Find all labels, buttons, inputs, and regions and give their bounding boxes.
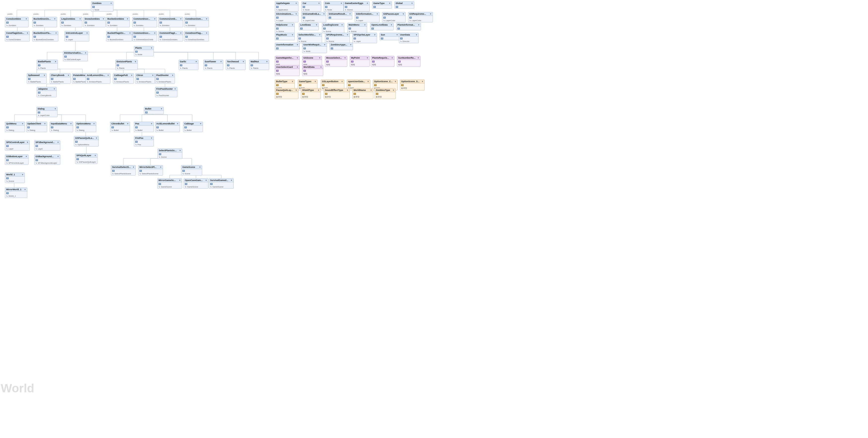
node-bucketFlag2Zo[interactable]: BucketFlag2Zo...▼ ≡ ↳ BucketZombies	[106, 31, 132, 41]
node-gameScene[interactable]: GameScene▼ ≡ ↳ Scene	[181, 165, 202, 176]
node-userWinRequir[interactable]: UserWinRequir...▼ ≡ ↳ Node	[302, 43, 327, 53]
node-zombies[interactable]: Zombies ▼ ≡ ↳ Node	[91, 1, 113, 12]
node-gsBackground[interactable]: GSBackground...▼ ≡ ↳ SP1BackgroundLayer	[34, 154, 60, 165]
node-commonDoor2[interactable]: CommonDoor...▼ ≡ ↳ CommonDoorZomb	[132, 31, 157, 41]
node-firePea[interactable]: FirePea▼ ≡ ↳ Pea	[134, 136, 154, 146]
node-acidLemonBullet[interactable]: AcidLemonBullet▼ ≡ ↳ Bullet	[155, 122, 180, 132]
node-inputDataMenu[interactable]: InputDataMenu▼ ≡ ↳ Dialog	[50, 122, 73, 132]
node-updateClient[interactable]: UpdateClient▼ ≡ ↳ Dialog	[26, 122, 47, 132]
node-gsRequiremen[interactable]: GSRequireme...▼ ≡ ↳ LayerColor	[408, 12, 433, 22]
node-quitMenu[interactable]: QuitMenu▼ ≡ ↳ Dialog	[5, 122, 25, 132]
node-gameType[interactable]: GameType▼ ≡	[372, 1, 392, 9]
node-soundEffectType[interactable]: SoundEffectType▼ ≡ 枚举型	[324, 88, 350, 99]
node-zombiesType[interactable]: ZombiesType▼ ≡ 枚举型	[375, 88, 396, 99]
node-openCaveGam[interactable]: OpenCaveGam...▼ ≡ ↳ GameScene	[184, 178, 208, 189]
node-sp1Background[interactable]: SP1Background...▼ ≡ ↳ Layer	[34, 140, 60, 151]
node-worldData[interactable]: WorldData▼ ≡ 钮钮	[302, 65, 323, 76]
node-citron[interactable]: Citron▼ ≡ ↳ EmisionPlants	[135, 73, 155, 84]
node-spsQuitLayer[interactable]: SPSQuitLayer▼ ≡ ↳ GSPauseQuitLayer	[75, 153, 97, 164]
node-gsInformation[interactable]: GSInformation...▼ ≡ ↳ Layer	[355, 12, 379, 22]
node-userSelectCard[interactable]: UserSelectCard▼ ≡ 钮钮	[275, 65, 300, 76]
node-gsPauseLayer[interactable]: GSPauseLayer▼ ≡ ↳ LayerColor	[382, 12, 406, 22]
node-sunNumberRe[interactable]: SunNumberRe...▼ ≡ 钮钮	[397, 56, 421, 67]
node-selectWorldSc[interactable]: SelectWorldSc...▼ ≡ ↳ Scene	[297, 33, 322, 43]
node-car[interactable]: Car▼ ≡ ↳ Node	[301, 1, 321, 12]
node-world1[interactable]: World_1▼ ≡ ↳ Scene	[5, 173, 25, 183]
node-gameEasterEggs[interactable]: GameEasterEggs▼ ≡ ↳ Scene	[344, 1, 370, 12]
node-openLevelData[interactable]: OpenLevelData▼ ≡	[370, 23, 394, 30]
node-bullet[interactable]: Bullet▼ ≡	[144, 107, 164, 114]
label-public-bucket: public	[33, 13, 39, 15]
node-userInformation[interactable]: UserInformation▼ ≡	[275, 43, 300, 50]
node-eGSSurvivalCo[interactable]: EGSSurvivalCo...▼ ≡ ↳ GSControlLayer	[63, 51, 88, 61]
node-sun[interactable]: Sun▼ ≡	[379, 33, 399, 40]
node-spsSpriteLayer[interactable]: SPSSpriteLayer▼ ≡ ↳ Layer	[352, 33, 377, 43]
node-pea[interactable]: Pea▼ ≡ ↳ Bullet	[134, 122, 154, 132]
node-gsButtonLayer[interactable]: GSButtonLayer▼ ≡ ↳ SPSControlLayer	[5, 154, 29, 165]
node-selectPlantsSc[interactable]: SelectPlantsSc...▼ ≡ ↳ Scene	[157, 148, 182, 159]
node-commonZomb[interactable]: CommonZomb...▼ ≡ ↳ Zombies	[158, 17, 183, 27]
node-gsAnimationL[interactable]: GSAnimationL...▼ ≡ ↳ Layer	[275, 12, 299, 22]
node-spsRequireme[interactable]: SPSRequireme...▼ ≡ ↳ Scene	[325, 33, 350, 43]
node-cabbagePult[interactable]: CabbagePult▼ ≡ ↳ EmisionPlants	[113, 73, 134, 84]
label-public-bucketZ: public	[107, 13, 112, 15]
node-mirrorSelectPl[interactable]: MirrorSelectPl...▼ ≡ ↳ SelectPlantsScene	[138, 165, 163, 176]
node-coneDoorZom[interactable]: ConeDoorZom...▼ ≡ ↳ Zombies	[184, 17, 209, 27]
world-watermark: World	[1, 381, 34, 395]
node-plantsRequrie[interactable]: PlantsRequrie...▼ ≡ 钮钮	[371, 56, 395, 67]
node-cherryBomb[interactable]: CherryBomb▼ ≡ ↳ BattlePlants	[50, 73, 71, 84]
node-helpScene[interactable]: HelpScene▼ ≡ ↳ Scene	[275, 23, 295, 33]
node-worldName[interactable]: WorldName▼ ≡ 枚举型	[352, 88, 373, 99]
node-cabbage[interactable]: Cabbage▼ ≡ ↳ Bullet	[183, 122, 203, 132]
node-plantsInformat[interactable]: PlantsInformat...▼ ≡	[396, 23, 421, 30]
node-commonDoor[interactable]: CommonDoor...▼ ≡ ↳ Zombies	[132, 17, 157, 27]
node-spikeweed[interactable]: Spikeweed▼ ≡ ↳ BattlePlants	[27, 73, 46, 84]
node-coneDoorFlag[interactable]: ConeDoorFlag...▼ ≡ ↳ ConeDoorZombies	[184, 31, 209, 41]
node-sunFlower[interactable]: SunFlower▼ ≡ ↳ Plants	[204, 60, 223, 70]
node-levelData[interactable]: LevelData▼ ≡	[299, 23, 319, 30]
node-playMusic[interactable]: PlayMusic▼ ≡	[275, 33, 295, 40]
node-gsControlLayer[interactable]: GSControlLayer▼ ≡ ↳ Layer	[64, 31, 89, 41]
node-gsGameResult[interactable]: GSGameResult...▼ ≡	[328, 12, 352, 19]
node-bucketDoorFla[interactable]: BucketDoorFla...▼ ≡ ↳ BucketDoorZombies	[32, 31, 58, 41]
node-bucketZombies[interactable]: BucketZombies▼ ≡ ↳ Zombies	[106, 17, 130, 27]
node-mainMenu[interactable]: MainMenu▼ ≡ ↳ Scene	[347, 23, 367, 33]
node-acidLemonSho[interactable]: AcidLemonSho...▼ ≡ ↳ EmisionPlants	[86, 73, 111, 84]
node-garlic[interactable]: Garlic▼ ≡ ↳ Plants	[179, 60, 198, 70]
node-citronBullet[interactable]: CitronBullet▼ ≡ ↳ Bullet	[110, 122, 130, 132]
node-battlePlants[interactable]: BattlePlants▼ ≡ ↳ Plants	[37, 60, 58, 70]
node-gsPauseQuitLa[interactable]: GSPauseQuitLa...▼ ≡ ↳ OptionsMenu	[74, 136, 99, 146]
node-survivalGamed[interactable]: SurvivalGamed...▼ ≡ ↳ GameScene	[209, 178, 234, 189]
node-peaShooter[interactable]: PeaShooter▼ ≡ ↳ EmisionPlants	[155, 73, 175, 84]
node-global[interactable]: Global▼ ≡	[395, 1, 414, 9]
node-spsControlLayer[interactable]: SPSControlLayer▼ ≡ ↳ Layer	[5, 140, 30, 151]
node-mirrorGameSc[interactable]: MirrorGameSc...▼ ≡ ↳ GameScene	[157, 178, 182, 189]
node-snowZombies[interactable]: SnowZombies▼ ≡ ↳ Zombies	[83, 17, 106, 27]
node-coin[interactable]: Coin▼ ≡ ↳ Node	[324, 1, 344, 12]
node-survivalSelectS[interactable]: SurvivalSelectS...▼ ≡ ↳ SelectPlantsScen…	[111, 165, 136, 176]
node-mirrorWorld1[interactable]: MirrorWorld_1▼ ≡ ↳ World_1	[5, 187, 27, 198]
node-firePeaShooter[interactable]: FirePeaShooter▼ ≡ ↳ PeaShooter	[155, 87, 177, 97]
node-wallNut[interactable]: WallNut▼ ≡ ↳ Plants	[249, 60, 269, 70]
node-userData[interactable]: UserData▼ ≡ ↳ Director	[399, 33, 419, 43]
node-lmpZombies[interactable]: LmpZombies▼ ≡ ↳ Zombies	[60, 17, 82, 27]
node-coneZombies[interactable]: ConeZombies▼ ≡ ↳ Zombies	[5, 17, 29, 27]
node-gsGameEndLa[interactable]: GSGameEndLa...▼ ≡ ↳ LayerColor	[301, 12, 326, 22]
node-plants[interactable]: Plants▼ ≡ ↳ Node	[134, 46, 154, 56]
node-appDelegate[interactable]: AppDelegate▼ ≡ ↳ Application	[275, 1, 299, 12]
node-optionsMenu[interactable]: OptionsMenu▼ ≡ ↳ Dialog	[75, 122, 96, 132]
node-optionSceneS[interactable]: OptionScene_S...▼ ≡ 枚举型	[400, 80, 425, 90]
node-zombiesAppe[interactable]: ZombiesAppe...▼ ≡	[330, 43, 353, 50]
node-pauseQuitLay[interactable]: PauseQuitLay...▼ ≡ 枚举型	[275, 88, 299, 99]
node-bucketDoorZo[interactable]: BucketDoorZo...▼ ≡ ↳ Zombies	[32, 17, 57, 27]
node-emisionPlants[interactable]: EmisionPlants▼ ≡ ↳ Plants	[115, 60, 138, 70]
node-mouseSelect[interactable]: MouseSelect...▼ ≡ 钮钮	[325, 56, 347, 67]
node-jalapeno[interactable]: Jalapeno▼ ≡ ↳ CherryBomb	[37, 87, 57, 97]
node-coneFlag2Zom[interactable]: ConeFlag2Zom...▼ ≡ ↳ ConeZombies	[5, 31, 30, 41]
node-commonFlag2[interactable]: CommonFlag2...▼ ≡ ↳ CommonZombies	[158, 31, 183, 41]
node-myPoint[interactable]: MyPoint▼ ≡ 钮钮	[350, 56, 370, 67]
node-torchwood[interactable]: Torchwood▼ ≡ ↳ Plants	[226, 60, 246, 70]
node-dialog[interactable]: Dialog▼ ≡ ↳ LayerColor	[36, 107, 58, 117]
node-shieldType[interactable]: ShieldType▼ ≡ 枚举型	[301, 88, 321, 99]
node-loadingScene[interactable]: LoadingScene▼ ≡ ↳ Scene	[322, 23, 344, 33]
